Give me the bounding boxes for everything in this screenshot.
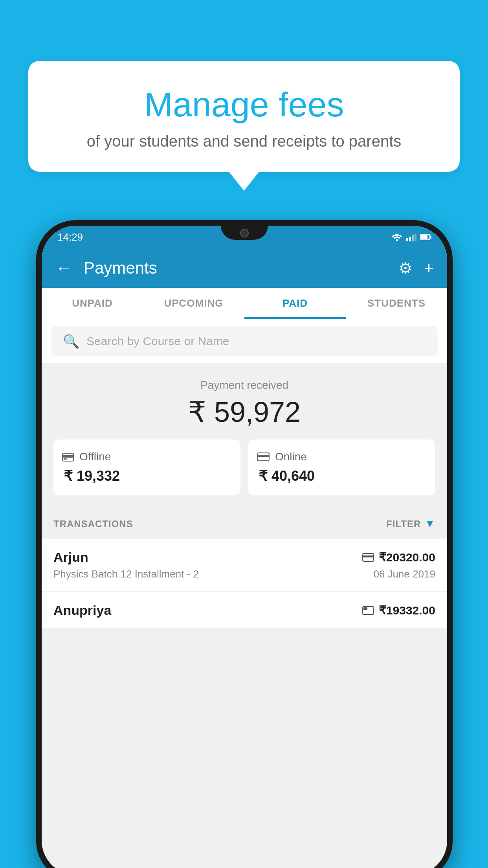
svg-rect-7: [430, 235, 431, 239]
payment-summary: Payment received ₹ 59,972 Offline ₹ 19,3…: [42, 363, 447, 509]
transaction-sub-arjun: Physics Batch 12 Installment - 2 06 June…: [53, 568, 435, 580]
transaction-course-arjun: Physics Batch 12 Installment - 2: [53, 568, 199, 580]
filter-label: FILTER: [386, 519, 421, 530]
svg-rect-12: [257, 455, 269, 457]
tab-students[interactable]: STUDENTS: [346, 288, 447, 319]
payment-cards: Offline ₹ 19,332 Online ₹ 40,640: [53, 440, 435, 495]
transaction-amount-value-anupriya: ₹19332.00: [379, 603, 435, 617]
tab-upcoming[interactable]: UPCOMING: [143, 288, 244, 319]
status-time: 14:29: [57, 231, 83, 243]
search-input[interactable]: Search by Course or Name: [86, 335, 229, 348]
transaction-name-arjun: Arjun: [53, 550, 88, 565]
svg-rect-9: [62, 455, 73, 458]
phone-notch: [221, 226, 268, 240]
bubble-title: Manage fees: [48, 85, 440, 125]
transactions-header: TRANSACTIONS FILTER ▼: [42, 509, 447, 539]
tab-paid[interactable]: PAID: [244, 288, 346, 319]
transactions-label: TRANSACTIONS: [53, 519, 133, 530]
wifi-icon: [391, 233, 402, 241]
offline-amount: ₹ 19,332: [62, 468, 120, 484]
svg-rect-14: [363, 555, 374, 557]
app-bar-actions: ⚙ +: [398, 259, 433, 277]
offline-label: Offline: [79, 451, 111, 463]
filter-button[interactable]: FILTER ▼: [386, 518, 435, 530]
svg-rect-3: [412, 235, 414, 241]
online-payment-card: Online ₹ 40,640: [248, 440, 435, 495]
offline-payment-card: Offline ₹ 19,332: [53, 440, 240, 495]
transaction-date-arjun: 06 June 2019: [373, 568, 435, 580]
online-amount: ₹ 40,640: [257, 468, 315, 484]
svg-rect-4: [415, 234, 416, 241]
phone-frame: 14:29: [36, 220, 453, 868]
filter-icon: ▼: [425, 518, 435, 530]
transaction-row-arjun: Arjun ₹20320.00: [53, 550, 435, 565]
settings-icon[interactable]: ⚙: [398, 259, 413, 277]
transaction-item-anupriya[interactable]: Anupriya ₹19332.00: [42, 592, 447, 628]
tab-unpaid[interactable]: UNPAID: [42, 288, 143, 319]
transaction-amount-value-arjun: ₹20320.00: [379, 550, 435, 564]
tabs-bar: UNPAID UPCOMING PAID STUDENTS: [42, 288, 447, 319]
svg-point-0: [396, 239, 398, 241]
back-button[interactable]: ←: [55, 259, 72, 278]
offline-icon: [62, 452, 74, 462]
svg-rect-2: [409, 237, 411, 241]
signal-icon: [406, 233, 416, 241]
online-label: Online: [275, 451, 307, 463]
card-icon-arjun: [362, 553, 374, 562]
bubble-subtitle: of your students and send receipts to pa…: [48, 132, 440, 150]
payment-total-amount: ₹ 59,972: [53, 395, 435, 428]
search-bar[interactable]: 🔍 Search by Course or Name: [51, 326, 438, 356]
svg-rect-6: [421, 235, 427, 239]
add-icon[interactable]: +: [424, 259, 433, 277]
offline-card-header: Offline: [62, 451, 111, 463]
online-icon: [257, 452, 270, 462]
app-bar-title: Payments: [84, 259, 387, 278]
transaction-row-anupriya: Anupriya ₹19332.00: [53, 603, 435, 618]
status-icons: [391, 233, 431, 241]
transaction-name-anupriya: Anupriya: [53, 603, 111, 618]
svg-rect-1: [406, 238, 408, 241]
phone-screen: 14:29: [42, 226, 447, 868]
svg-rect-16: [363, 607, 367, 610]
search-container: 🔍 Search by Course or Name: [42, 319, 447, 363]
app-bar: ← Payments ⚙ +: [42, 248, 447, 288]
front-camera: [240, 229, 249, 237]
speech-bubble: Manage fees of your students and send re…: [28, 61, 460, 172]
svg-rect-10: [64, 458, 67, 460]
transaction-item-arjun[interactable]: Arjun ₹20320.00 Physics Batch 12 Install…: [42, 539, 447, 592]
payment-received-label: Payment received: [53, 379, 435, 392]
battery-icon: [420, 234, 431, 241]
online-card-header: Online: [257, 451, 307, 463]
search-icon: 🔍: [63, 333, 79, 349]
card-icon-anupriya: [362, 606, 374, 615]
transaction-amount-arjun: ₹20320.00: [362, 550, 435, 564]
transaction-amount-anupriya: ₹19332.00: [362, 603, 435, 617]
